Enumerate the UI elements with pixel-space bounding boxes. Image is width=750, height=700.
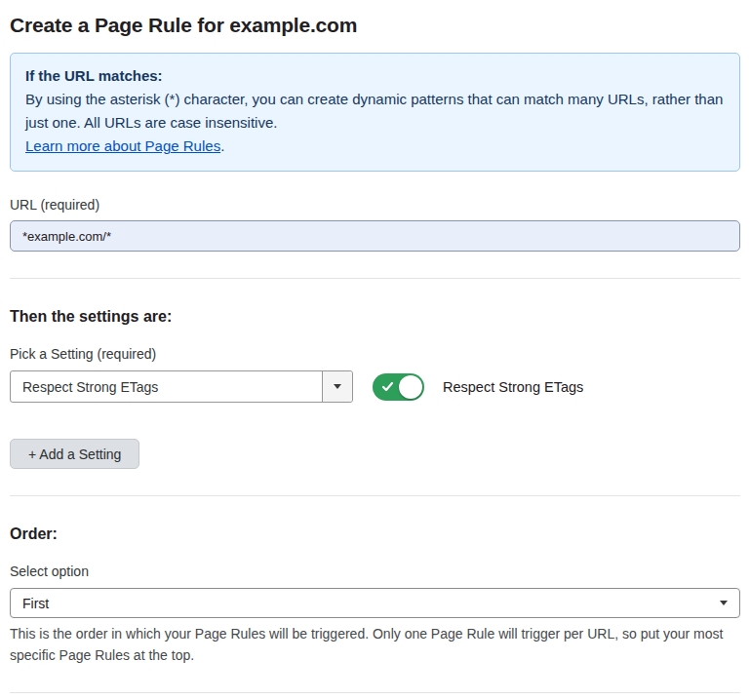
divider (10, 495, 740, 496)
url-label: URL (required) (10, 197, 740, 213)
etags-toggle[interactable] (373, 373, 424, 401)
page-rule-form: Create a Page Rule for example.com If th… (0, 0, 750, 700)
order-heading: Order: (10, 525, 740, 543)
setting-select-value: Respect Strong ETags (11, 379, 158, 395)
setting-row: Respect Strong ETags Respect Strong ETag… (10, 370, 740, 403)
divider (10, 692, 740, 693)
learn-more-link[interactable]: Learn more about Page Rules (25, 137, 220, 154)
order-select[interactable]: First (10, 588, 740, 618)
settings-heading: Then the settings are: (10, 308, 740, 326)
toggle-label: Respect Strong ETags (443, 379, 583, 395)
chevron-down-icon (720, 601, 728, 605)
order-select-value: First (22, 596, 49, 611)
info-heading: If the URL matches: (25, 64, 725, 88)
order-help-text: This is the order in which your Page Rul… (10, 623, 740, 666)
link-period: . (220, 137, 224, 154)
url-input[interactable] (10, 220, 740, 252)
divider (10, 278, 740, 279)
page-title: Create a Page Rule for example.com (10, 14, 740, 37)
info-body: By using the asterisk (*) character, you… (25, 88, 725, 135)
setting-select[interactable]: Respect Strong ETags (10, 370, 353, 403)
url-match-info-box: If the URL matches: By using the asteris… (10, 53, 740, 172)
toggle-knob (399, 375, 422, 399)
check-icon (381, 380, 394, 393)
chevron-down-icon (334, 384, 341, 389)
select-option-label: Select option (10, 564, 740, 579)
add-setting-button[interactable]: + Add a Setting (10, 439, 139, 469)
pick-setting-label: Pick a Setting (required) (10, 346, 740, 362)
info-link-row: Learn more about Page Rules. (25, 135, 725, 158)
setting-select-caret-button[interactable] (322, 371, 352, 402)
